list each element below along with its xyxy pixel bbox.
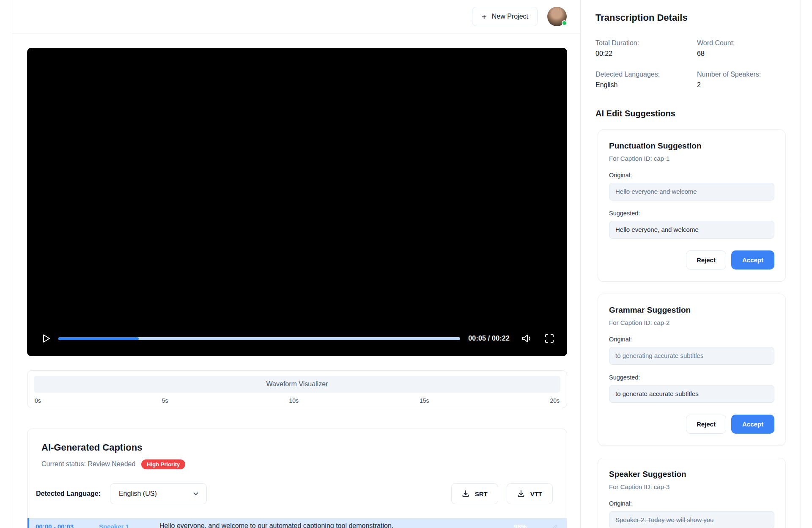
transcription-stats: Total Duration: 00:22 Word Count: 68 Det… [595, 39, 794, 89]
accept-button[interactable]: Accept [731, 250, 774, 270]
tick-15s: 15s [420, 397, 429, 404]
video-player[interactable]: 00:05 / 00:22 [27, 48, 567, 356]
reject-button[interactable]: Reject [686, 415, 726, 434]
suggestion-card-grammar: Grammar Suggestion For Caption ID: cap-2… [598, 294, 786, 446]
plus-icon: + [481, 12, 486, 21]
original-text-box: to generating accurate subtitles [609, 347, 774, 365]
play-button[interactable] [41, 333, 52, 344]
caption-id: For Caption ID: cap-3 [609, 483, 774, 491]
caption-id: For Caption ID: cap-1 [609, 155, 774, 162]
video-time-display: 00:05 / 00:22 [468, 335, 510, 342]
waveform-title: Waveform Visualizer [266, 380, 328, 388]
volume-button[interactable] [521, 333, 533, 344]
caption-id: For Caption ID: cap-2 [609, 319, 774, 327]
suggestion-cards: Punctuation Suggestion For Caption ID: c… [595, 129, 794, 528]
new-project-label: New Project [492, 13, 528, 20]
original-text-box: Speaker 2: Today we will show you [609, 511, 774, 528]
suggestion-card-speaker: Speaker Suggestion For Caption ID: cap-3… [598, 458, 786, 528]
waveform-time-ruler: 0s 5s 10s 15s 20s [34, 397, 560, 404]
original-text-box: Hello everyone and welcome [609, 183, 774, 201]
caption-timestamp[interactable]: 00:00 - 00:03 [36, 522, 99, 528]
download-vtt-button[interactable]: VTT [507, 483, 553, 504]
video-controls: 00:05 / 00:22 [27, 328, 567, 349]
language-select[interactable]: English (US) [110, 483, 207, 504]
suggested-text-box: Hello everyone, and welcome [609, 221, 774, 239]
sidebar-title: Transcription Details [595, 13, 794, 23]
tick-10s: 10s [289, 397, 299, 404]
tick-5s: 5s [162, 397, 168, 404]
stat-word-count: Word Count: 68 [697, 39, 794, 58]
download-icon [517, 490, 525, 498]
transcription-sidebar: Transcription Details Total Duration: 00… [581, 0, 812, 528]
tick-20s: 20s [550, 397, 560, 404]
captions-status: Current status: Review Needed [41, 460, 135, 468]
user-avatar[interactable] [547, 7, 567, 26]
waveform-visualizer[interactable]: Waveform Visualizer [34, 376, 560, 393]
caption-row[interactable]: 00:00 - 00:03 Speaker 1 Hello everyone, … [27, 518, 567, 528]
fullscreen-button[interactable] [544, 333, 554, 344]
suggestions-title: AI Edit Suggestions [595, 108, 794, 118]
online-status-dot [562, 20, 567, 26]
vtt-label: VTT [530, 490, 542, 498]
reject-button[interactable]: Reject [686, 250, 726, 270]
accept-button[interactable]: Accept [731, 415, 774, 434]
language-value: English (US) [119, 490, 157, 498]
captions-toolbar: Detected Language: English (US) SRT [27, 483, 567, 504]
waveform-card: Waveform Visualizer 0s 5s 10s 15s 20s [27, 370, 567, 408]
download-icon [462, 490, 469, 498]
confidence-badge: 98% [514, 522, 527, 528]
caption-text: Hello everyone, and welcome to our autom… [159, 522, 514, 528]
tick-0s: 0s [35, 397, 41, 404]
new-project-button[interactable]: + New Project [472, 7, 538, 26]
stat-total-duration: Total Duration: 00:22 [595, 39, 693, 58]
volume-icon [521, 333, 533, 344]
play-icon [41, 333, 52, 344]
caption-speaker[interactable]: Speaker 1 [99, 522, 159, 528]
caption-list: 00:00 - 00:03 Speaker 1 Hello everyone, … [27, 518, 567, 528]
suggested-text-box: to generate accurate subtitles [609, 385, 774, 403]
sidebar-scroll-gutter[interactable] [799, 0, 801, 528]
edit-caption-button[interactable] [551, 522, 558, 528]
video-progress-bar[interactable] [58, 337, 460, 340]
srt-label: SRT [475, 490, 488, 498]
fullscreen-icon [544, 333, 554, 344]
captions-title: AI-Generated Captions [41, 442, 553, 454]
suggestion-card-punctuation: Punctuation Suggestion For Caption ID: c… [598, 129, 786, 282]
main-content: 00:05 / 00:22 Waveform Visualizer [12, 33, 580, 528]
video-progress-fill [58, 337, 139, 340]
main-panel: + New Project 00:05 / 00:22 [12, 0, 581, 528]
priority-badge: High Priority [141, 459, 185, 469]
top-bar: + New Project [12, 0, 580, 33]
stat-number-of-speakers: Number of Speakers: 2 [697, 70, 794, 89]
pencil-icon [551, 524, 558, 528]
language-label: Detected Language: [36, 490, 101, 498]
captions-card: AI-Generated Captions Current status: Re… [27, 429, 567, 528]
download-srt-button[interactable]: SRT [451, 483, 498, 504]
chevron-down-icon [192, 490, 199, 497]
stat-detected-languages: Detected Languages: English [595, 70, 693, 89]
